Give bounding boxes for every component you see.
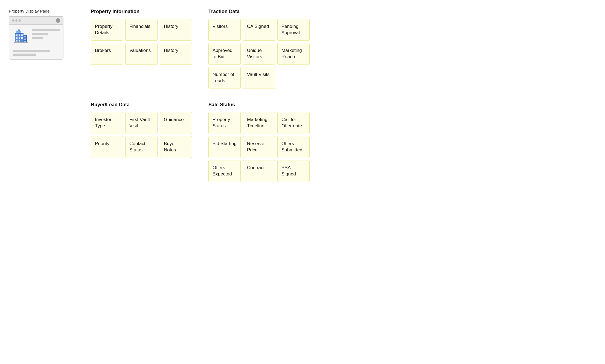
grid-card: Guidance	[160, 112, 192, 134]
browser-titlebar	[9, 17, 63, 25]
svg-rect-15	[16, 31, 21, 33]
browser-line-2	[32, 33, 48, 35]
grid-card: Marketing Timeline	[243, 112, 275, 134]
browser-dot-1	[12, 19, 14, 22]
grid-card: Unique Visitors	[243, 43, 275, 65]
browser-line-1	[32, 29, 60, 31]
grid-card: Valuations	[125, 43, 158, 65]
svg-rect-0	[14, 42, 28, 43]
svg-rect-9	[21, 37, 23, 39]
grid-card: CA Signed	[243, 19, 275, 41]
grid-card: Pending Approval	[277, 19, 310, 41]
grid-card: Reserve Price	[243, 136, 275, 158]
grid-card	[277, 67, 310, 89]
sale-status-title: Sale Status	[208, 102, 310, 108]
property-information-title: Property Information	[91, 9, 192, 14]
svg-rect-10	[16, 40, 18, 42]
grid-card: PSA Signed	[277, 160, 310, 182]
browser-content-lines	[32, 28, 60, 39]
grid-card: Brokers	[91, 43, 123, 65]
grid-card: Approved to Bid	[208, 43, 241, 65]
grid-card: Offers Submitted	[277, 136, 310, 158]
grid-card: Financials	[125, 19, 158, 41]
browser-bottom-line-2	[13, 54, 36, 56]
grid-card: Priority	[91, 136, 123, 158]
grid-card: Property Details	[91, 19, 123, 41]
grid-card: Vault Visits	[243, 67, 275, 89]
browser-dots	[12, 19, 21, 22]
svg-rect-14	[24, 41, 26, 42]
svg-rect-6	[21, 34, 23, 36]
grid-card: Offers Expected	[208, 160, 241, 182]
traction-data-title: Traction Data	[208, 9, 310, 14]
grid-card: Bid Starting	[208, 136, 241, 158]
grid-card: History	[160, 19, 192, 41]
traction-data-grid: VisitorsCA SignedPending ApprovalApprove…	[208, 19, 310, 89]
grid-card: First Vault Visit	[125, 112, 158, 134]
grid-card: Buyer Notes	[160, 136, 192, 158]
svg-rect-7	[16, 37, 18, 39]
buyer-lead-title: Buyer/Lead Data	[91, 102, 192, 108]
left-column: Property Display Page	[9, 9, 74, 182]
grid-card: Investor Type	[91, 112, 123, 134]
svg-rect-11	[19, 40, 20, 42]
browser-bottom-line-1	[13, 50, 50, 52]
grid-card: Contact Status	[125, 136, 158, 158]
svg-rect-5	[19, 34, 20, 36]
buyer-lead-grid: Investor TypeFirst Vault VisitGuidancePr…	[91, 112, 192, 158]
traction-data-section: Traction Data VisitorsCA SignedPending A…	[208, 9, 310, 89]
grid-card: History	[160, 43, 192, 65]
browser-mockup	[9, 16, 63, 60]
svg-rect-8	[19, 37, 20, 39]
building-icon	[13, 28, 29, 44]
page-display-title: Property Display Page	[9, 9, 74, 13]
grid-card: Call for Offer date	[277, 112, 310, 134]
sale-status-grid: Property StatusMarketing TimelineCall fo…	[208, 112, 310, 182]
svg-rect-16	[18, 30, 20, 31]
svg-rect-4	[16, 34, 18, 36]
browser-content	[9, 25, 63, 48]
buyer-lead-section: Buyer/Lead Data Investor TypeFirst Vault…	[91, 102, 192, 182]
svg-rect-3	[15, 33, 24, 34]
sale-status-section: Sale Status Property StatusMarketing Tim…	[208, 102, 310, 182]
property-information-section: Property Information Property DetailsFin…	[91, 9, 192, 89]
grid-card: Number of Leads	[208, 67, 241, 89]
grid-card: Visitors	[208, 19, 241, 41]
browser-dot-2	[15, 19, 18, 22]
svg-rect-12	[24, 36, 26, 37]
grid-card: Marketing Reach	[277, 43, 310, 65]
svg-rect-13	[24, 39, 26, 40]
property-information-grid: Property DetailsFinancialsHistoryBrokers…	[91, 19, 192, 65]
browser-bottom	[9, 48, 63, 59]
browser-avatar-icon	[56, 18, 60, 23]
browser-line-3	[32, 37, 43, 39]
browser-dot-3	[19, 19, 21, 22]
grid-card: Contract	[243, 160, 275, 182]
grid-card: Property Status	[208, 112, 241, 134]
